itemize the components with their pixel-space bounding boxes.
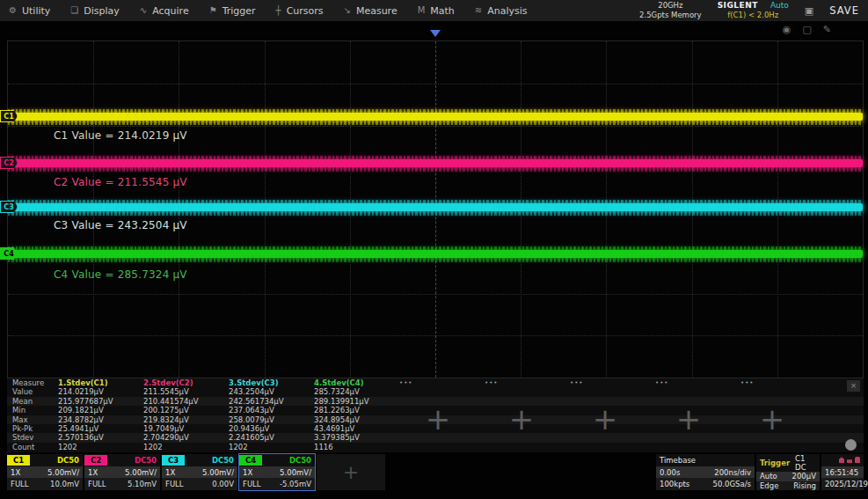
clock-box[interactable]: 16:51:45 2025/12/19 [821,454,864,490]
timebase-scale: 200ns/div [714,468,751,477]
pkpk-c4: 43.4691µV [314,425,399,433]
frequency-counter: f(C1) < 2.0Hz [718,11,789,20]
timebase-delay: 0.00s [660,468,680,477]
measure-value-row: Value 214.0219µV 211.5545µV 243.2504µV 2… [7,387,864,396]
waveform-grid[interactable]: C1 Value = 214.0219 µV C2 Value = 211.55… [7,40,864,378]
measurement-panel: Measure 1.Stdev(C1) 2.Stdev(C2) 3.Stdev(… [7,378,864,452]
c3-channel-box[interactable]: C3 DC50 1X 5.00mV/ FULL 0.00V [162,454,237,490]
fullscreen-icon[interactable]: ▢ [802,25,811,34]
menu-utility[interactable]: ⚙ Utility [9,5,50,17]
value-c1: 214.0219µV [58,388,143,396]
c4-bandwidth: FULL [243,480,261,488]
menu-acquire[interactable]: ∿ Acquire [140,5,189,17]
c1-probe: 1X [11,468,20,477]
min-c1: 209.1821µV [58,407,143,415]
add-channel-button[interactable]: + [317,454,385,490]
timebase-points: 100kpts [660,480,689,488]
min-c2: 200.1275µV [143,407,229,415]
measure-col-c2[interactable]: 2.Stdev(C2) [143,379,229,387]
c1-core-band [8,113,863,121]
c4-core-band [8,250,863,258]
menu-analysis[interactable]: ≋ Analysis [475,5,528,17]
value-c2: 211.5545µV [143,388,229,396]
timebase-box[interactable]: Timebase 0.00s 200ns/div 100kpts 50.0GSa… [656,454,755,490]
menu-trigger[interactable]: ⚑ Trigger [209,5,256,17]
topbar-right: 20GHz 2.5Gpts Memory SIGLENT Auto f(C1) … [639,1,859,20]
row-label-value: Value [7,388,58,396]
trigger-level: 200µV [792,472,816,481]
measure-panel-handle[interactable] [845,439,857,451]
row-label-max: Max [7,416,58,424]
c4-channel-box[interactable]: C4 DC50 1X 5.00mV/ FULL -5.05mV [239,454,315,490]
c1-trace[interactable] [8,109,863,125]
row-label-mean: Mean [7,398,58,406]
trigger-box[interactable]: Trigger C1 DC Auto 200µV Edge Rising [756,454,820,490]
menu-display-label: Display [84,5,120,17]
stdev-c2: 2.704290µV [143,434,229,442]
printer-icon[interactable]: ▣ [805,5,813,17]
lan-icon [847,457,852,463]
count-c3: 1202 [229,444,314,451]
trigger-label: Trigger [760,459,790,467]
save-button[interactable]: SAVE [829,4,859,17]
menu-math[interactable]: M Math [418,5,455,17]
menu-analysis-label: Analysis [487,5,527,17]
trigger-position-marker[interactable] [430,30,441,37]
measure-col-c1[interactable]: 1.Stdev(C1) [58,379,143,387]
c1-bandwidth: FULL [11,480,29,488]
measure-empty-slot-header[interactable]: ••• [399,380,485,386]
pkpk-c2: 19.7049µV [143,425,229,433]
add-measurement-button[interactable]: + [755,401,790,437]
mean-c4: 289.139911µV [314,398,399,406]
status-icons [839,457,860,463]
c4-value-annotation: C4 Value = 285.7324 µV [54,268,187,281]
menu-cursors[interactable]: ┼ Cursors [276,5,324,17]
menu-cursors-label: Cursors [287,5,324,17]
menu-bar: ⚙ Utility ❏ Display ∿ Acquire ⚑ Trigger … [0,0,868,21]
measure-empty-slot-header[interactable]: ••• [740,380,826,386]
c3-trace[interactable] [8,200,863,216]
trigger-slope: Rising [793,481,816,490]
c1-channel-box[interactable]: C1 DC50 1X 5.00mV/ FULL 10.0mV [7,454,83,490]
measure-empty-slot-header[interactable]: ••• [485,380,570,386]
c3-scale: 5.00mV/ [202,468,234,477]
usb-icon [839,457,844,463]
c4-coupling: DC50 [289,456,315,465]
c4-badge: C4 [239,455,262,466]
mean-c1: 215.977687µV [58,398,143,406]
crosshair-icon: ┼ [276,6,281,15]
c2-scale: 5.00mV/ [125,468,157,477]
bottom-status-strip: C1 DC50 1X 5.00mV/ FULL 10.0mV C2 DC50 1… [7,454,864,490]
trigger-status-badge[interactable]: Auto [770,1,789,11]
stdev-c3: 2.241605µV [229,434,314,442]
c4-trace[interactable] [8,246,863,262]
flag-icon: ⚑ [209,6,217,15]
add-measurement-button[interactable]: + [671,401,706,437]
measure-col-c3[interactable]: 3.Stdev(C3) [229,379,314,387]
camera-icon[interactable]: ◉ [783,25,791,34]
add-measurement-button[interactable]: + [504,401,539,437]
menu-measure[interactable]: ↘ Measure [344,5,398,17]
trigger-source: C1 DC [795,454,816,472]
measure-empty-slot-header[interactable]: ••• [570,380,655,386]
close-measure-panel-icon[interactable]: × [847,380,860,392]
acquisition-info[interactable]: 20GHz 2.5Gpts Memory [639,1,702,19]
menu-display[interactable]: ❏ Display [70,5,120,17]
menu-acquire-label: Acquire [152,5,188,17]
row-label-count: Count [7,444,58,451]
add-measurement-button[interactable]: + [420,401,456,437]
measure-col-c4[interactable]: 4.Stdev(C4) [314,379,399,387]
c2-core-band [8,159,863,167]
measure-empty-slot-header[interactable]: ••• [655,380,740,386]
max-c3: 258.0079µV [229,416,314,424]
annotate-icon[interactable]: ✎ [823,25,831,34]
add-measurement-button[interactable]: + [587,401,623,437]
max-c1: 234.8782µV [58,416,143,424]
c3-coupling: DC50 [212,456,237,465]
lock-icon [855,457,860,463]
count-c4: 1116 [314,444,399,451]
c3-core-band [8,203,863,211]
c2-channel-box[interactable]: C2 DC50 1X 5.00mV/ FULL 5.10mV [84,454,160,490]
c1-scale: 5.00mV/ [47,468,79,477]
c2-trace[interactable] [8,156,863,172]
